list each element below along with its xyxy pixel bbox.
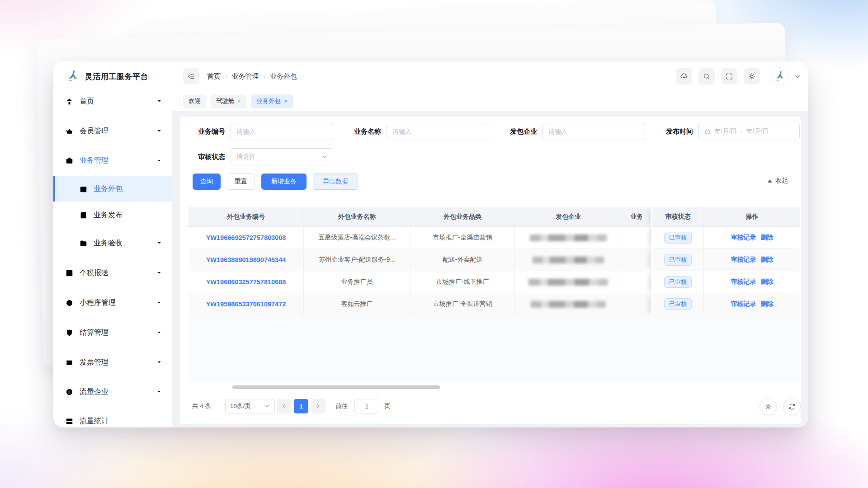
sidebar-item-business-publish[interactable]: 业务发布	[53, 204, 172, 226]
collapse-filters-link[interactable]: 收起	[768, 177, 788, 185]
sidebar-item-traffic-stats[interactable]: 流量统计	[53, 410, 172, 427]
triangle-up-icon	[768, 179, 772, 183]
fullscreen-button[interactable]	[721, 68, 737, 84]
business-no-link[interactable]: YW1959865337061097472	[206, 300, 286, 308]
chevron-down-icon	[322, 154, 327, 160]
sidebar-fold-button[interactable]	[183, 68, 199, 84]
sidebar-item-traffic-enterprise[interactable]: 流量企业	[53, 381, 172, 403]
add-business-button[interactable]: 新增业务	[261, 174, 307, 190]
col-category: 外包业务品类	[410, 207, 515, 227]
clipped-cell	[622, 227, 651, 249]
global-search-button[interactable]	[698, 68, 715, 84]
employer-input[interactable]	[542, 123, 645, 140]
content-area: 业务编号 业务名称 发包企业	[172, 111, 808, 427]
chevron-up-icon	[156, 158, 162, 163]
chevron-down-icon	[156, 330, 162, 335]
sun-icon	[748, 72, 756, 80]
cloud-download-button[interactable]	[676, 68, 692, 84]
business-no-input[interactable]	[231, 123, 333, 140]
goto-page-input[interactable]	[354, 399, 379, 413]
tab-business-outsourcing[interactable]: 业务外包 ×	[251, 94, 293, 108]
audit-record-link[interactable]: 审核记录	[731, 278, 756, 286]
tab-dashboard[interactable]: 驾驶舱 ×	[211, 94, 246, 108]
audit-record-link[interactable]: 审核记录	[731, 256, 756, 264]
business-name-field[interactable]	[392, 128, 483, 135]
status-badge: 已审核	[664, 254, 692, 266]
brand: 灵活用工服务平台	[53, 66, 172, 87]
stats-server-icon	[65, 417, 74, 426]
sidebar-item-home[interactable]: 首页	[53, 90, 172, 112]
breadcrumb-separator: ›	[225, 73, 227, 80]
sidebar-item-business-mgmt[interactable]: 业务管理	[53, 150, 172, 171]
sidebar-item-tax-report[interactable]: 个税报送	[53, 262, 172, 284]
prev-page-button[interactable]	[277, 399, 291, 413]
delete-link[interactable]: 删除	[761, 256, 774, 264]
close-icon[interactable]: ×	[284, 98, 288, 104]
category-cell: 市场推广-全渠道营销	[410, 293, 515, 315]
date-range-picker[interactable]: 年/月/日 - 年/月/日	[698, 123, 800, 140]
tab-bar: 欢迎 驾驶舱 × 业务外包 ×	[172, 91, 808, 111]
clipped-cell	[622, 249, 651, 271]
chevron-down-icon	[156, 360, 162, 365]
chevron-down-icon	[156, 128, 162, 134]
brand-name: 灵活用工服务平台	[85, 71, 148, 82]
horizontal-scrollbar[interactable]	[232, 385, 440, 389]
current-page-button[interactable]: 1	[294, 399, 308, 413]
reset-button[interactable]: 重置	[227, 174, 255, 190]
breadcrumb-current: 业务外包	[270, 72, 297, 81]
clipped-cell	[622, 293, 651, 315]
sidebar-item-business-outsourcing[interactable]: 业务外包	[53, 176, 172, 202]
business-no-link[interactable]: YW1960603257757810688	[206, 278, 286, 286]
redacted-text	[530, 235, 607, 241]
table-row: YW1963889019890745344 苏州企业客户-配送服务-9... 配…	[189, 249, 800, 271]
book-icon	[79, 211, 88, 220]
redacted-text	[531, 301, 606, 308]
theme-toggle-button[interactable]	[744, 68, 760, 84]
table-settings-button[interactable]	[760, 398, 777, 415]
employer-cell-redacted	[515, 227, 622, 249]
sidebar-item-settlement[interactable]: 结算管理	[53, 322, 172, 343]
sidebar-item-business-acceptance[interactable]: 业务验收	[53, 232, 172, 254]
delete-link[interactable]: 删除	[761, 278, 774, 286]
business-no-field[interactable]	[236, 128, 327, 135]
breadcrumb-business-mgmt[interactable]: 业务管理	[231, 72, 259, 81]
audit-status-select[interactable]: 请选择	[231, 148, 333, 165]
sidebar-item-members[interactable]: 会员管理	[53, 120, 172, 142]
close-icon[interactable]: ×	[238, 98, 241, 104]
user-menu-chevron-icon[interactable]	[794, 74, 801, 80]
audit-record-link[interactable]: 审核记录	[731, 234, 756, 242]
business-name-cell: 苏州企业客户-配送服务-9...	[304, 249, 410, 271]
search-button[interactable]: 查询	[193, 174, 221, 190]
delete-link[interactable]: 删除	[761, 234, 774, 242]
sidebar-item-invoice[interactable]: 发票管理	[53, 352, 172, 373]
col-business-no: 外包业务编号	[189, 207, 304, 227]
briefcase-icon	[65, 156, 74, 165]
chevron-down-icon	[156, 240, 162, 246]
business-no-link[interactable]: YW1966692572757803008	[206, 234, 286, 241]
home-icon	[65, 97, 74, 106]
total-count: 共 4 条	[192, 399, 211, 413]
export-data-button[interactable]: 导出数据	[313, 174, 358, 190]
goto-label: 前往	[335, 399, 348, 413]
employer-field[interactable]	[548, 128, 639, 135]
top-bar: 首页 › 业务管理 › 业务外包	[172, 61, 808, 91]
category-cell: 配送-外卖配送	[410, 249, 515, 271]
refresh-button[interactable]	[783, 398, 801, 415]
business-name-input[interactable]	[387, 123, 489, 140]
next-page-button[interactable]	[311, 399, 326, 413]
audit-record-link[interactable]: 审核记录	[731, 300, 756, 308]
sidebar-item-miniprogram[interactable]: 小程序管理	[53, 292, 172, 314]
user-avatar[interactable]	[771, 67, 789, 85]
enterprise-flow-icon	[65, 388, 74, 396]
filter-publish-time: 发布时间 年/月/日 - 年/月/日	[648, 123, 800, 140]
business-name-cell: 客如云推广	[304, 293, 410, 315]
business-no-link[interactable]: YW1963889019890745344	[206, 256, 286, 263]
delete-link[interactable]: 删除	[761, 300, 774, 308]
breadcrumb-home[interactable]: 首页	[207, 72, 221, 81]
page-size-select[interactable]: 10条/页	[225, 399, 275, 413]
sidebar: 灵活用工服务平台 首页 会员管理 业务管理 业务外包	[53, 61, 172, 427]
refresh-icon	[788, 403, 796, 411]
filter-business-name: 业务名称	[336, 123, 489, 140]
tab-welcome[interactable]: 欢迎	[183, 94, 206, 108]
fullscreen-icon	[725, 72, 733, 80]
